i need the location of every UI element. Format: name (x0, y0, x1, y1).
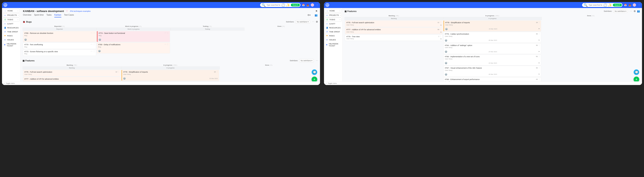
home-icon: ⌂ (4, 10, 6, 12)
kanban-card[interactable]: #774 - Save button not functional Bug ⋯ … (97, 31, 170, 42)
user-avatar[interactable] (311, 4, 314, 7)
sidebar-item-home[interactable]: ⌂HOME› (325, 9, 342, 13)
calendar-icon[interactable]: 📅 (624, 4, 627, 7)
kanban-card[interactable]: #764 - Addition of "settings" option Use… (444, 43, 541, 54)
overflow-menu-icon[interactable]: ⋮ (638, 4, 640, 7)
sidebar-item-projects[interactable]: ▭PROJECTS› (3, 13, 20, 17)
kanban-card[interactable]: #770 - Text overflowing Bug ⋯ ⋮ (23, 42, 96, 49)
people-icon[interactable]: 👥 (637, 10, 640, 13)
sidebar-item-gantt[interactable]: ≡GANTT (3, 22, 20, 26)
app-logo-icon[interactable]: ⏻ (4, 3, 7, 7)
card-menu-icon[interactable]: ⋯ ⋮ (164, 43, 169, 45)
user-avatar[interactable] (633, 4, 636, 7)
avatar (24, 38, 27, 41)
tab-test-cases[interactable]: Test Cases (64, 14, 74, 18)
kanban-card[interactable]: #775 - Full text search optimization Use… (345, 20, 443, 27)
card-menu-icon[interactable]: ⋯ ⋮ (90, 32, 95, 34)
chat-fab[interactable]: 💬 (634, 69, 639, 75)
kanban-card[interactable]: #769 - Delay of notifications Bug ⋯ ⋮ (97, 42, 170, 53)
sidebar-item-risks[interactable]: ⚑RISKS (325, 34, 342, 38)
card-menu-icon[interactable]: ⋯ ⋮ (90, 43, 95, 45)
flag-icon[interactable]: ⚑ (316, 10, 318, 13)
collapse-icon[interactable]: « (4, 82, 4, 84)
gantt-icon: ≡ (4, 23, 6, 25)
kanban-card[interactable]: #766 - Implementation of a new set of ic… (444, 54, 541, 65)
flag-icon[interactable]: ⚑ (538, 28, 540, 30)
section-menu-icon[interactable]: ⋯ (630, 10, 632, 13)
sidebar-item-resources[interactable]: 👤RESOURCES (325, 26, 342, 30)
magic-icon[interactable]: ✨ (608, 3, 612, 7)
people-icon[interactable]: 👥 (314, 14, 318, 18)
sidebar-item-risks[interactable]: ⚑RISKS (3, 34, 20, 38)
section-settings-icon[interactable]: ⚙ (316, 20, 318, 23)
toggle-menu[interactable]: Toggle menu (6, 82, 15, 84)
inbox-icon[interactable]: 📥 (306, 4, 309, 7)
card-menu-icon[interactable]: ⋯ ⋮ (164, 32, 169, 34)
tab-kanban[interactable]: Kanban (54, 14, 61, 18)
kanban-card[interactable]: #777 - Addition of API for advanced enti… (23, 77, 121, 81)
sidebar-item-timespent[interactable]: ⏱TIME SPENT (325, 30, 342, 34)
overflow-menu-icon[interactable]: ⋮ (316, 4, 318, 7)
avatar (445, 73, 447, 76)
gear-icon[interactable]: ⚙▾ (308, 14, 310, 18)
app-logo-icon[interactable]: ⏻ (326, 3, 329, 7)
clock-icon: ⏱ (326, 31, 328, 33)
collapse-icon[interactable]: « (326, 82, 326, 84)
search-button[interactable]: Search (613, 4, 622, 7)
sidebar-item-projects[interactable]: ▭PROJECTS› (325, 13, 342, 17)
search-input[interactable] (588, 4, 602, 6)
swimlane-select[interactable]: No swimlane ▾ (299, 59, 314, 62)
col-header: Reported (54, 25, 61, 27)
sidebar-item-gantt[interactable]: ≡GANTT (325, 22, 342, 26)
tab-spent-time[interactable]: Spent time (34, 14, 44, 18)
sidebar-item-issues[interactable]: ●ISSUES (3, 38, 20, 42)
kanban-card[interactable]: #779 - Tree view User Story 7⋮ ⚑ (345, 34, 443, 41)
flag-icon[interactable]: ⚑ (440, 31, 442, 33)
flag-icon[interactable]: ⚑ (538, 73, 540, 75)
clock-icon[interactable]: 🕘 (281, 3, 285, 7)
flag-icon[interactable]: ⚑ (538, 51, 540, 53)
inbox-icon[interactable]: 📥 (628, 4, 631, 7)
breadcrumb[interactable]: /PM techniques examples (70, 10, 90, 12)
avatar (445, 39, 447, 42)
sidebar-item-timespent[interactable]: ⏱TIME SPENT (3, 30, 20, 34)
kanban-card[interactable]: #778 - Simplification of imports User St… (122, 70, 219, 81)
kanban-card[interactable]: #767 - Visual enhancement of the ABC fea… (444, 66, 541, 77)
favorite-icon[interactable]: ♡ (66, 10, 68, 13)
kanban-card[interactable]: #777 - Addition of API for advanced enti… (345, 27, 443, 34)
avatar (123, 77, 126, 80)
kanban-card[interactable]: #776 - Caldav synchronization User Story… (444, 32, 541, 43)
sidebar-item-issues[interactable]: ●ISSUES (325, 38, 342, 42)
swimlane-select[interactable]: No swimlane ▾ (613, 10, 628, 13)
kanban-card[interactable]: #773 - Screen flickering on a specific v… (23, 49, 96, 56)
sidebar-item-tasks[interactable]: ☑TASKS› (325, 18, 342, 22)
kanban-card[interactable]: #775 - Full text search optimization Use… (23, 70, 121, 76)
sidebar-item-helpdesk[interactable]: ✚HELPDESK TICKET (3, 42, 20, 48)
tab-overview[interactable]: Overview (23, 14, 31, 18)
flag-icon[interactable]: ⚑ (440, 38, 442, 40)
toggle-menu[interactable]: Toggle menu (328, 82, 337, 84)
calendar-icon[interactable]: 📅 (302, 4, 305, 7)
kanban-card[interactable]: #765 - Remove an obsolete function Bug ⋯… (23, 31, 96, 42)
sidebar-item-resources[interactable]: 👤RESOURCES (3, 26, 20, 30)
flag-icon[interactable]: ⚑ (538, 62, 540, 64)
sidebar-item-helpdesk[interactable]: ✚HELPDESK TICKET (325, 42, 342, 48)
tab-tasks[interactable]: Tasks (46, 14, 52, 18)
resources-icon: 👤 (326, 27, 328, 29)
magic-icon[interactable]: ✨ (286, 3, 290, 7)
helpdesk-icon: ✚ (326, 44, 328, 46)
section-settings-icon[interactable]: ⚙ (634, 10, 636, 13)
sidebar-item-home[interactable]: ⌂HOME› (3, 9, 20, 13)
chat-fab[interactable]: 💬 (312, 69, 317, 75)
section-menu-icon[interactable]: ⋯ (312, 21, 314, 23)
flag-icon[interactable]: ⚑ (440, 24, 442, 26)
swimlane-select[interactable]: No swimlane ▾ (296, 20, 310, 23)
flag-icon[interactable]: ⚑ (538, 39, 540, 41)
search-input[interactable] (266, 4, 280, 6)
search-button[interactable]: Search (291, 4, 300, 7)
kanban-card[interactable]: #778 - Simplification of imports User St… (444, 20, 541, 31)
clock-icon[interactable]: 🕘 (603, 3, 607, 7)
section-menu-icon[interactable]: ⋯ (316, 59, 318, 62)
sidebar-item-tasks[interactable]: ☑TASKS› (3, 18, 20, 22)
card-menu-icon[interactable]: ⋯ ⋮ (90, 50, 95, 52)
